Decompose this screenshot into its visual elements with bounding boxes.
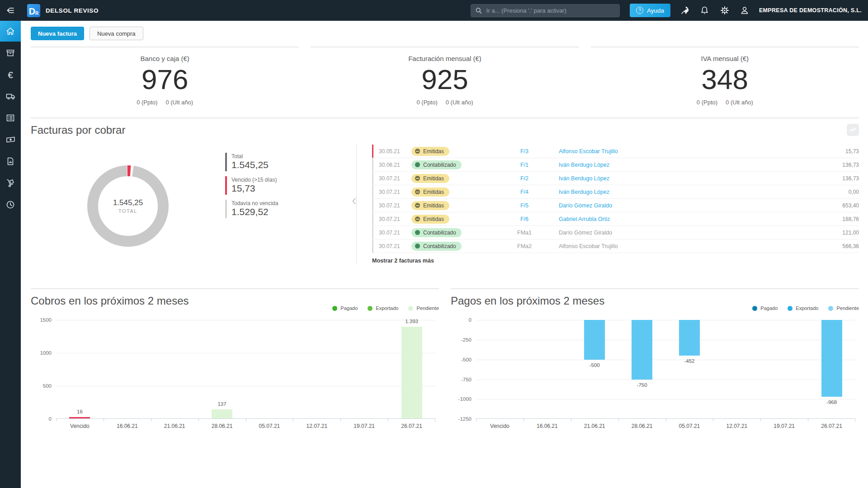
y-axis-label: -750 <box>461 377 472 382</box>
legend-item: Pagado <box>332 305 358 311</box>
invoice-amount: 566,36 <box>809 243 859 249</box>
show-more-invoices-link[interactable]: Mostrar 2 facturas más <box>372 258 859 264</box>
kpi-row: Banco y caja (€) 976 0 (Ppto) 0 (Ult año… <box>31 47 859 108</box>
invoice-number[interactable]: F/5 <box>497 202 552 209</box>
legend-dot-icon <box>368 306 373 311</box>
table-row: 30.07.21EmitidasF/2Iván Berdugo López136… <box>372 172 859 185</box>
customer-name[interactable]: Iván Berdugo López <box>559 189 809 195</box>
legend-dot-icon <box>828 306 833 311</box>
report-icon <box>5 156 15 166</box>
handtruck-icon <box>5 178 15 188</box>
kpi-budget: 0 (Ppto) <box>697 99 717 106</box>
x-axis-label: 28.06.21 <box>198 423 246 429</box>
invoice-number[interactable]: F/3 <box>497 148 552 155</box>
sidebar-item-lists[interactable] <box>0 108 21 128</box>
chart-legend: PagadoExportadoPendiente <box>752 295 859 311</box>
truck-icon <box>5 91 16 101</box>
legend-dot-icon <box>332 306 337 311</box>
status-dot-icon <box>415 230 420 235</box>
search-icon <box>476 7 482 14</box>
stat-value: 15,73 <box>231 183 356 194</box>
status-dot-icon <box>415 189 420 194</box>
brand-name: DELSOL REVISO <box>46 7 99 14</box>
new-invoice-button[interactable]: Nueva factura <box>31 27 84 40</box>
x-axis-label: 05.07.21 <box>666 423 713 429</box>
whats-new-button[interactable] <box>675 0 695 21</box>
invoice-date: 30.07.21 <box>379 243 411 249</box>
row-status-indicator <box>372 185 373 198</box>
legend-dot-icon <box>408 306 413 311</box>
sidebar-item-logistics[interactable] <box>0 173 21 193</box>
table-row: 30.07.21EmitidasF/4Iván Berdugo López0,0… <box>372 185 859 199</box>
customer-name[interactable]: Darío Gómez Giraldo <box>559 202 809 209</box>
invoice-amount: 188,76 <box>809 216 859 222</box>
table-row: 30.05.21EmitidasF/3Alfonso Escobar Truji… <box>372 145 859 158</box>
user-menu-button[interactable] <box>735 0 755 21</box>
customer-name[interactable]: Gabriel Arrubla Ortiz <box>559 216 809 222</box>
user-icon <box>740 6 749 15</box>
help-button[interactable]: ? Ayuda <box>630 4 670 17</box>
archive-icon <box>5 48 15 58</box>
kpi-budget: 0 (Ppto) <box>137 99 157 106</box>
company-name[interactable]: EMPRESA DE DEMOSTRACIÓN, S.L. <box>759 7 862 14</box>
kpi-last-year: 0 (Ult año) <box>726 99 753 106</box>
customer-name[interactable]: Alfonso Escobar Trujillo <box>559 148 809 155</box>
help-label: Ayuda <box>647 7 664 14</box>
bar <box>401 327 422 418</box>
new-purchase-button[interactable]: Nueva compra <box>90 27 143 40</box>
logo-letter-r: R <box>35 9 38 17</box>
sidebar-item-finance[interactable]: € <box>0 64 21 85</box>
bar <box>69 417 90 418</box>
settings-button[interactable] <box>715 0 735 21</box>
kpi-last-year: 0 (Ult año) <box>165 99 193 106</box>
customer-name[interactable]: Iván Berdugo López <box>559 175 809 182</box>
invoice-amount: 15,73 <box>809 148 859 155</box>
invoice-amount: 121,00 <box>809 230 859 236</box>
x-axis-label: 19.07.21 <box>340 423 388 429</box>
sidebar-item-history[interactable] <box>0 194 21 215</box>
sidebar-item-reports[interactable] <box>0 151 21 172</box>
receivables-donut: 1.545,25 TOTAL <box>31 143 225 269</box>
invoice-amount: 653,40 <box>809 202 859 209</box>
app-logo[interactable]: DR <box>27 4 40 17</box>
global-search[interactable] <box>471 4 620 17</box>
bar <box>212 409 232 418</box>
bar-value-label: -452 <box>669 358 710 364</box>
bar-value-label: 16 <box>59 409 100 414</box>
invoice-number: FMa2 <box>497 243 552 249</box>
table-row: 30.07.21ContabilizadoFMa2Alfonso Escobar… <box>372 239 859 253</box>
sidebar-item-archive[interactable] <box>0 42 21 63</box>
bell-icon <box>700 6 709 15</box>
collections-chart-panel: Cobros en los próximos 2 meses PagadoExp… <box>31 288 439 419</box>
collapse-icon <box>5 5 15 15</box>
chart-view-toggle-button[interactable] <box>847 124 859 136</box>
invoice-number[interactable]: F/6 <box>497 216 552 222</box>
kpi-title: Facturación mensual (€) <box>311 55 579 62</box>
notifications-button[interactable] <box>695 0 715 21</box>
x-axis-label: Vencido <box>476 423 524 429</box>
customer-name: Alfonso Escobar Trujillo <box>559 243 809 249</box>
sidebar-collapse-button[interactable] <box>0 0 21 21</box>
invoice-amount: 136,73 <box>809 162 859 168</box>
bar <box>632 320 652 379</box>
sidebar-item-shipping[interactable] <box>0 86 21 107</box>
invoice-number[interactable]: F/4 <box>497 189 552 195</box>
collapse-chevron-icon[interactable] <box>352 195 356 209</box>
invoice-date: 30.06.21 <box>379 162 411 168</box>
sidebar-item-home[interactable] <box>0 21 21 42</box>
sidebar-item-payments[interactable] <box>0 129 21 150</box>
customer-name[interactable]: Iván Berdugo López <box>559 162 809 168</box>
kpi-monthly-vat: IVA mensual (€) 348 0 (Ppto) 0 (Ult año) <box>591 47 859 108</box>
invoice-number[interactable]: F/2 <box>497 175 552 182</box>
search-input[interactable] <box>486 7 615 14</box>
payments-bar-chart: 0-250-500-750-1000-1250Vencido16.06.2121… <box>476 320 855 419</box>
y-axis-label: 1500 <box>40 317 52 323</box>
question-icon: ? <box>636 7 643 14</box>
logo-letter-d: D <box>29 5 35 17</box>
stat-overdue: Vencido (>15 días) 15,73 <box>225 176 356 195</box>
status-dot-icon <box>415 176 420 181</box>
invoice-number[interactable]: F/1 <box>497 162 552 168</box>
invoice-date: 30.07.21 <box>379 175 411 182</box>
status-label: Emitidas <box>423 175 444 182</box>
status-dot-icon <box>415 162 420 167</box>
